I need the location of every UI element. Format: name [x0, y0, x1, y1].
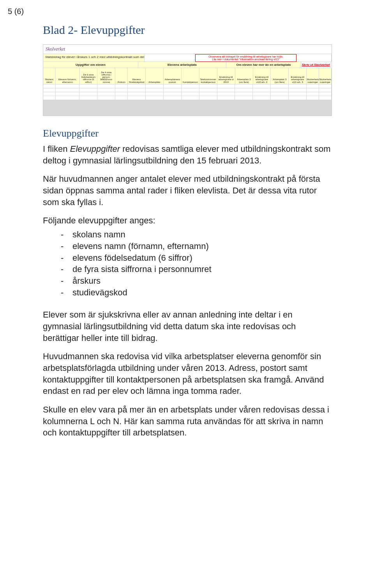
paragraph-2: När huvudmannen anger antalet elever med…: [43, 173, 331, 208]
list-item: elevens namn (förnamn, efternamn): [61, 240, 331, 252]
list-item: skolans namn: [61, 229, 331, 240]
data-row: [43, 96, 332, 100]
data-row: [43, 84, 332, 88]
data-row: [43, 104, 332, 108]
data-row: [43, 92, 332, 96]
sheet-link: Skriv ut Skolverket: [301, 62, 331, 68]
sheet-group-2: Elevens arbetsplats: [138, 62, 226, 68]
p1-italic: Elevuppgifter: [70, 144, 120, 154]
bullet-list: skolans namn elevens namn (förnamn, efte…: [43, 229, 331, 298]
sheet-warn1: Observera att bidraget för ersättning ti…: [208, 55, 283, 58]
col-personnummer: De 4 sista siffrorna i person-MMDDxxxx n…: [97, 68, 115, 84]
sheet-brand: Skolverket: [43, 45, 332, 54]
sheet-intro: Statsbidrag för elever i årskurs 1 och 2…: [43, 54, 145, 62]
spreadsheet-illustration: Skolverket Statsbidrag för elever i årsk…: [43, 44, 332, 116]
col-telefon: Telefonnummer kontaktperson: [199, 68, 217, 84]
paragraph-3: Följande elevuppgifter anges:: [43, 215, 331, 226]
col-ersattning1: Ersättning till arbetsgivare vt 2013: [217, 68, 235, 84]
sheet-group-3: Om eleven har mer än en arbetsplats: [226, 62, 301, 68]
col-kontaktperson: Kontaktperson: [182, 68, 199, 84]
sheet-group-1: Uppgifter om eleven: [43, 62, 138, 68]
list-item: årskurs: [61, 275, 331, 287]
col-studievagskod: Elevens Studievägskod: [128, 68, 146, 84]
col-arbetsplats3: Arbetsplats 3 (om flera): [271, 68, 289, 84]
data-row: [43, 88, 332, 92]
sheet-warn2: Läs mer i dokumentet "Information ansöka…: [212, 58, 279, 61]
col-ersattning3: Ersättning till arbetsgivare vt13 arb. 3: [289, 68, 307, 84]
sheet-warn: Observera att bidraget för ersättning ti…: [195, 54, 296, 62]
paragraph-5: Huvudmannen ska redovisa vid vilka arbet…: [43, 351, 331, 397]
sheet-gap: [145, 54, 195, 62]
col-skolans-namn: Skolans namn: [43, 68, 56, 84]
col-fodelsedatum: De 6 sista födelsedatum siffrorna (6 sif…: [80, 68, 98, 84]
list-item: de fyra sista siffrorna i personnumret: [61, 263, 331, 275]
col-postort: Arbetsplatsens postort: [164, 68, 182, 84]
sheet-gap2: [296, 54, 332, 62]
data-row: [43, 112, 332, 116]
page-number: 5 (6): [8, 7, 24, 16]
list-item: elevens födelsedatum (6 siffror): [61, 252, 331, 264]
data-row: [43, 108, 332, 112]
col-noteringar2: Skolverkets noteringar: [319, 68, 332, 84]
heading-sub: Elevuppgifter: [43, 128, 331, 139]
paragraph-1: I fliken Elevuppgifter redovisas samtlig…: [43, 143, 331, 166]
col-ersattning2: Ersättning till arbetsgivare vt13 arb. 2: [253, 68, 271, 84]
col-arbetsplats2: Arbetsplats 2 (om flera): [235, 68, 253, 84]
heading-main: Blad 2- Elevuppgifter: [43, 23, 331, 37]
list-item: studievägskod: [61, 287, 331, 298]
paragraph-4: Elever som är sjukskrivna eller av annan…: [43, 309, 331, 344]
col-noteringar1: Skolverkets noteringar: [307, 68, 319, 84]
col-elevens-namn: Elevens förnamn, efternamn: [56, 68, 80, 84]
paragraph-6: Skulle en elev vara på mer än en arbetsp…: [43, 404, 331, 439]
col-arskurs: Årskurs: [115, 68, 128, 84]
col-arbetsplats: Arbetsplats: [146, 68, 164, 84]
p1-a: I fliken: [43, 144, 70, 154]
data-row: [43, 100, 332, 104]
